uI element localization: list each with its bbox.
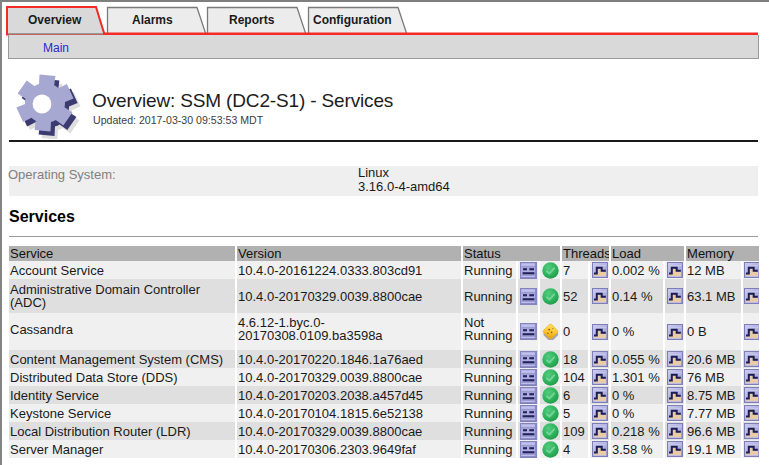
svg-text:Overview: Overview [28, 13, 82, 27]
svg-text:Alarms: Alarms [132, 13, 173, 27]
svg-text:Reports: Reports [229, 13, 275, 27]
svg-text:Configuration: Configuration [313, 13, 392, 27]
